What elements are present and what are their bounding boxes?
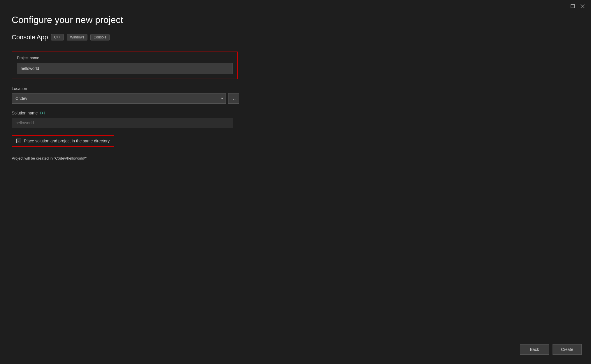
- bottom-buttons: Back Create: [520, 344, 582, 355]
- page-title: Configure your new project: [12, 15, 239, 25]
- same-directory-section[interactable]: ✓ Place solution and project in the same…: [12, 135, 114, 147]
- project-name-section: Project name: [12, 52, 238, 79]
- solution-name-label: Solution name i: [12, 111, 239, 115]
- browse-button[interactable]: ...: [228, 93, 239, 104]
- location-row: C:\dev ▾ ...: [12, 93, 239, 104]
- close-button[interactable]: [580, 3, 585, 9]
- location-select-wrapper: C:\dev ▾: [12, 93, 226, 104]
- location-select[interactable]: C:\dev: [12, 93, 226, 104]
- solution-name-section: Solution name i: [12, 111, 239, 128]
- subtitle-row: Console App C++ Windows Console: [12, 33, 239, 41]
- checkmark-icon: ✓: [17, 139, 20, 143]
- window-controls: [570, 3, 585, 9]
- location-section: Location C:\dev ▾ ...: [12, 86, 239, 104]
- tag-cpp: C++: [51, 34, 64, 40]
- same-directory-label: Place solution and project in the same d…: [24, 139, 110, 143]
- back-button[interactable]: Back: [520, 344, 549, 355]
- project-name-label: Project name: [17, 56, 233, 60]
- location-label: Location: [12, 86, 239, 91]
- svg-rect-0: [571, 4, 574, 8]
- same-directory-checkbox[interactable]: ✓: [16, 139, 21, 143]
- tag-windows: Windows: [67, 34, 87, 40]
- project-name-input[interactable]: [17, 63, 233, 74]
- subtitle-text: Console App: [12, 33, 48, 41]
- solution-name-input[interactable]: [12, 118, 233, 128]
- maximize-button[interactable]: [570, 3, 575, 9]
- project-path-info: Project will be created in "C:\dev\hello…: [12, 156, 239, 160]
- main-content: Configure your new project Console App C…: [0, 0, 251, 172]
- create-button[interactable]: Create: [553, 344, 582, 355]
- solution-name-info-icon[interactable]: i: [40, 111, 45, 115]
- tag-console: Console: [90, 34, 110, 40]
